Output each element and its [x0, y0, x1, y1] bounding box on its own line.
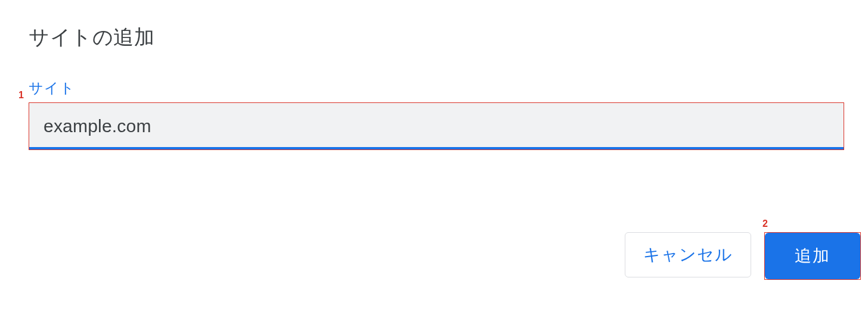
dialog-title: サイトの追加 — [29, 24, 844, 51]
site-input[interactable] — [29, 103, 844, 149]
site-field-label: サイト — [29, 79, 844, 98]
add-button-highlight: 2 追加 — [764, 232, 861, 280]
annotation-marker-2: 2 — [762, 218, 768, 229]
site-input-highlight: 1 — [29, 102, 844, 150]
add-button[interactable]: 追加 — [765, 233, 860, 279]
add-site-dialog: サイトの追加 サイト 1 — [29, 24, 844, 150]
annotation-marker-1: 1 — [18, 90, 24, 101]
cancel-button[interactable]: キャンセル — [625, 232, 751, 277]
dialog-button-row: キャンセル 2 追加 — [625, 232, 861, 280]
